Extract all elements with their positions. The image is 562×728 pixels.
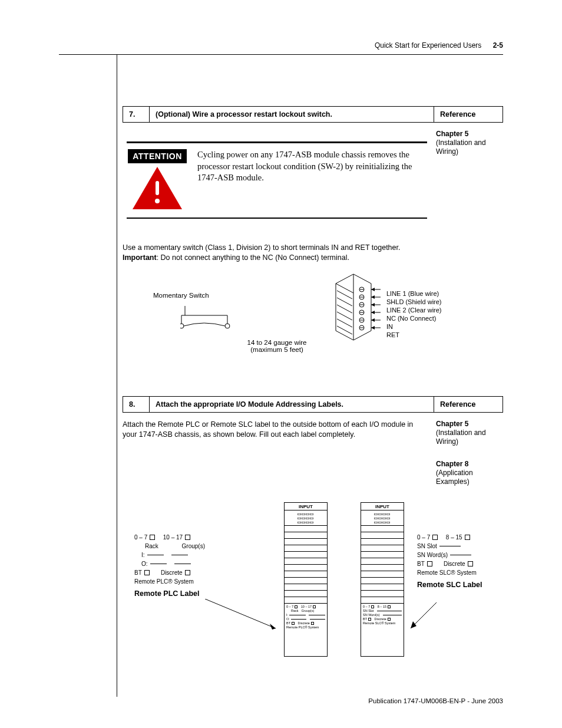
slc-label-box: 0 – 7 8 – 15 SN Slot SN Word(s) BT Discr… [417,533,491,589]
reference-header: Reference [434,397,503,412]
attention-label: ATTENTION [128,149,187,163]
wire-line1: LINE 1 (Blue wire) [386,289,442,298]
svg-marker-32 [371,295,375,299]
wire-in: IN [386,322,442,331]
slc-module-icon: INPUT ▭▭▭▭▭▭▭▭▭▭▭▭ 0 – 7 8 – 15 SN Slot … [361,502,404,657]
attention-text: Cycling power on any 1747-ASB module cha… [197,149,427,209]
svg-marker-38 [371,318,375,322]
switch-label: Momentary Switch [153,292,209,299]
svg-point-6 [180,324,184,328]
svg-point-1 [155,199,160,203]
running-title: Quick Start for Experienced Users [375,41,481,50]
svg-marker-36 [371,311,375,314]
instruction-line-1: Use a momentary switch (Class 1, Divisio… [123,243,400,252]
momentary-switch-icon [180,302,239,332]
wire-ret: RET [386,331,442,339]
terminal-block-icon [324,266,383,342]
reference-chapter: Chapter 8 [436,460,507,469]
step-number: 8. [123,397,150,412]
important-label: Important [123,253,157,262]
reference-desc: (Installation and Wiring) [436,139,486,156]
slc-module-tag: 0 – 7 8 – 15 SN Slot SN Word(s) BT Discr… [361,604,404,627]
important-text: : Do not connect anything to the NC (No … [157,253,349,262]
step-8-instructions: Attach the Remote PLC or Remote SLC labe… [123,420,429,440]
reference-chapter: Chapter 5 [436,130,507,139]
step-title: (Optional) Wire a processor restart lock… [150,107,434,122]
labels-diagram: 0 – 7 10 – 17 RackGroup(s) I: O: BT Disc… [134,502,464,667]
plc-module-icon: INPUT ▭▭▭▭▭▭▭▭▭▭▭▭ 0 – 7 10 – 17 RackGro… [284,502,328,657]
plc-module-tag: 0 – 7 10 – 17 RackGroup(s) I: O: BT Disc… [285,604,327,631]
step-number: 7. [123,107,150,122]
top-rule [59,54,503,55]
terminal-labels: LINE 1 (Blue wire) SHLD (Shield wire) LI… [386,289,442,339]
wire-shld: SHLD (Shield wire) [386,298,442,306]
reference-chapter: Chapter 5 [436,420,507,429]
attention-block: ATTENTION Cycling power on any 1747-ASB … [127,141,427,219]
step-title: Attach the appropriate I/O Module Addres… [150,397,434,412]
wire-nc: NC (No Connect) [386,314,442,322]
plc-label-box: 0 – 7 10 – 17 RackGroup(s) I: O: BT Disc… [134,533,209,598]
reference-desc: (Installation and Wiring) [436,429,486,446]
step-7-instructions: Use a momentary switch (Class 1, Divisio… [123,243,429,263]
attention-badge: ATTENTION [127,149,188,209]
slc-label-title: Remote SLC Label [417,581,491,589]
warning-triangle-icon [133,167,182,209]
plc-callout-arrow-icon [205,599,282,633]
switch-diagram: Momentary Switch 14 to 24 gauge wire (ma… [153,269,459,358]
step-7-table: 7. (Optional) Wire a processor restart l… [123,106,503,123]
page-number: 2-5 [493,41,503,50]
slc-callout-arrow-icon [407,602,442,634]
plc-label-title: Remote PLC Label [134,589,209,598]
step-8-table: 8. Attach the appropriate I/O Module Add… [123,396,503,413]
step-8-reference-1: Chapter 5 (Installation and Wiring) [436,420,507,446]
slc-system-text: Remote SLC® System [417,568,491,577]
svg-marker-34 [371,303,375,307]
svg-line-41 [205,599,276,628]
plc-system-text: Remote PLC® System [134,577,209,586]
wire-gauge-note: 14 to 24 gauge wire (maximum 5 feet) [236,339,318,353]
svg-marker-40 [371,326,375,330]
svg-marker-30 [371,288,375,291]
reference-header: Reference [434,107,503,122]
svg-rect-0 [156,181,159,195]
wire-line2: LINE 2 (Clear wire) [386,306,442,314]
footer-publication: Publication 1747-UM006B-EN-P - June 2003 [368,697,503,704]
step-8-reference-2: Chapter 8 (Application Examples) [436,460,507,486]
svg-marker-44 [411,621,416,628]
running-header: Quick Start for Experienced Users 2-5 [375,41,503,50]
step-7-reference: Chapter 5 (Installation and Wiring) [436,130,507,156]
reference-desc: (Application Examples) [436,469,473,486]
svg-point-7 [225,324,230,328]
margin-rule [117,54,117,697]
